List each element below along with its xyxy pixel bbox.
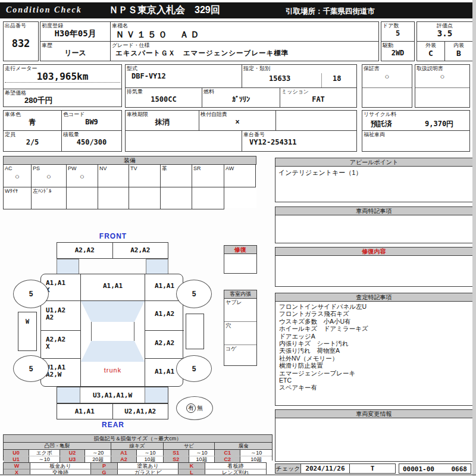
legend-table: 損傷記号＆損傷サイズ（～最大cm） 凸凹・亀裂 線キズ サビ 腐食 U0 エクボ… (3, 434, 273, 461)
assessment-line: ドアエッジA (279, 333, 472, 340)
auction-title: ＮＰＳ東京入札会 329回 (109, 4, 220, 17)
field-insurance: 検付自賠責 × (199, 110, 276, 131)
field-capacity-label: 定員 (4, 131, 61, 138)
diagram-front-bumper-right: A2,A2 (113, 243, 168, 258)
field-lot-number: 出品番号 832 (3, 21, 39, 61)
field-model-code: 型式 DBF-VY12 (125, 64, 242, 88)
legend-mark-desc: 板金あり (30, 463, 91, 469)
check-inspector-cell: T (349, 464, 396, 474)
field-fuel-label: 燃料 (202, 88, 280, 95)
equipment-cell-nv: NV (98, 165, 129, 187)
legend-group: 線キズ (111, 443, 164, 449)
equipment-value: ○ (67, 172, 98, 181)
divider (415, 87, 469, 88)
field-drive-label: 駆動 (381, 42, 414, 49)
legend-marks-row-1: W 板金あり P 塗装あり K 看板跡 (4, 463, 266, 469)
cabin-row-tear: ヤブレ (224, 299, 256, 322)
field-lot-number-label: 出品番号 (4, 22, 38, 29)
panel-vehicle-notes: 車両特記事項 (275, 206, 473, 243)
field-recycle-status-value: 預託済 (371, 119, 392, 129)
field-odometer: 走行メーター 103,965km (3, 64, 122, 89)
panel-appeal-points-title: アピールポイント (275, 158, 472, 167)
legend-desc: ～10 (137, 450, 164, 456)
divider (362, 87, 412, 88)
cabin-row-hole: 穴 (224, 322, 256, 345)
field-mission-label: ミッション (280, 88, 356, 95)
field-insurance-label: 検付自賠責 (199, 111, 275, 118)
field-type-no-value: 15633 (269, 74, 290, 83)
field-exterior-grade-value: C (417, 49, 444, 58)
diagram-tailgate-corner-right (145, 387, 168, 403)
equipment-extra-cell (67, 187, 98, 209)
diagram-front-bumper-left: A2,A2 (57, 243, 113, 258)
check-date-cell: 2024/11/26 (300, 464, 350, 474)
field-displacement-value: 1500CC (126, 95, 202, 104)
legend-desc: ～10 (240, 450, 272, 456)
field-recycle-fee-label: リサイクル料 (362, 111, 469, 118)
equipment-label: PS (32, 165, 66, 172)
field-capacity: 定員 2/5 (3, 130, 62, 152)
field-chassis-number-label: 車台番号 (242, 131, 356, 138)
panel-repair-details: 修復内容 (275, 247, 473, 287)
field-model-name-label: 車種名 (111, 22, 378, 29)
diagram-rear-window (81, 341, 145, 362)
diagram-tire-front-left: 5 (13, 280, 49, 308)
diagram-trunk-label: trunk (81, 367, 145, 374)
equipment-cell-pw: PW ○ (67, 165, 98, 187)
panel-assessment-notes-title: 査定特記事項 (275, 293, 472, 302)
diagram-pillar-left (57, 259, 79, 274)
equipment-extra-label (98, 187, 129, 189)
field-asking-price-value: 280千円 (4, 95, 121, 106)
diagram-side-step-mark: W (18, 318, 36, 325)
field-inspection-expiry-label: 車検期限 (126, 111, 199, 118)
assessment-line: ウスキズ多数 小A小U有 (279, 318, 472, 325)
field-model-code-value: DBF-VY12 (126, 72, 242, 80)
field-asking-price: 希望価格 280千円 (3, 89, 122, 107)
field-odometer-value: 103,965km (5, 72, 120, 83)
tire-depth-value: 5 (29, 365, 33, 373)
field-owners-manual-value: ○ (415, 72, 469, 81)
field-warranty-book: 保証書 ○ (362, 64, 412, 108)
check-label-cell: チェック (275, 464, 301, 474)
field-color-code: 色コード BW9 (61, 110, 122, 131)
check-code1-value: 00001-00 (403, 465, 434, 473)
field-displacement-label: 排気量 (126, 88, 202, 95)
cabin-row-label: 穴 (224, 322, 256, 329)
bottom-edge-line (0, 474, 476, 475)
field-class-no-value: 18 (333, 74, 341, 83)
damage-codes: A2,W (46, 371, 80, 378)
header-bar: Condition Check ＮＰＳ東京入札会 329回 引取場所：千葉県四街… (0, 2, 476, 18)
cabin-row-burn: コゲ (224, 345, 256, 367)
damage-codes: A2 (46, 314, 80, 321)
diagram-side-step-right (186, 314, 204, 349)
field-displacement: 排気量 1500CC (125, 87, 202, 108)
field-color-code-value: BW9 (62, 118, 121, 127)
legend-desc: 10超 (240, 456, 272, 462)
legend-row-1: U0 エクボ U2 ～20 A1 ～10 S1 ～10 C1 ～10 (4, 450, 272, 456)
legend-group: サビ (164, 443, 215, 449)
legend-code: U1 (4, 456, 29, 462)
field-doors: ドア数 5 (381, 21, 415, 42)
equipment-cell-ps: PS ○ (32, 165, 67, 187)
legend-code: S1 (164, 450, 189, 456)
field-load-capacity-label: 積載量 (62, 131, 121, 138)
diagram-rear-bumper-left: A1,A1 (57, 404, 113, 419)
panel-appeal-points: アピールポイント インテリジェントキー（1） (275, 158, 473, 202)
spare-yes-circled: 有 (186, 403, 196, 413)
diagram-tailgate-corner-left (57, 387, 80, 403)
legend-mark-code: P (91, 463, 118, 469)
check-date-value: 2024/11/26 (301, 464, 349, 473)
equipment-cell-tv: TV (129, 165, 161, 187)
right-edge-strip (472, 0, 476, 476)
field-history-value: リース (40, 49, 110, 58)
panel-vehicle-notes-title: 車両特記事項 (275, 207, 472, 215)
diagram-tailgate-codes: U3,A1,A1,W (80, 387, 145, 403)
equipment-value: ○ (32, 172, 66, 181)
tire-depth-value: 5 (192, 290, 196, 298)
legend-desc: ～10 (29, 456, 60, 462)
cabin-row-label: ヤブレ (224, 299, 256, 306)
legend-marks-table: W 板金あり P 塗装あり K 看板跡 X 交換跡 G ガラスヒビ L レンズ割… (3, 462, 267, 475)
diagram-hood: A1,A1 (81, 274, 145, 301)
equipment-label: NV (98, 165, 129, 172)
equipment-extra-cell: Wﾀｲﾔ (3, 187, 32, 209)
